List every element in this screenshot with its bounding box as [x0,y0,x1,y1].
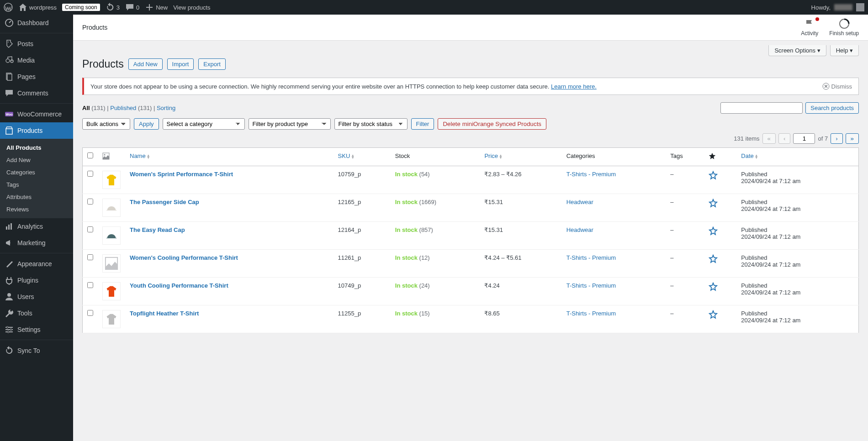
placeholder-icon [105,257,118,270]
menu-plugins[interactable]: Plugins [0,272,73,289]
menu-products[interactable]: Products [0,122,73,139]
col-name[interactable]: Name▲▼ [125,148,333,166]
site-link[interactable]: wordpress [18,3,57,12]
updates-link[interactable]: 3 [106,3,120,12]
sku-cell: 11261_p [333,250,391,278]
stock-status: In stock [395,226,418,233]
add-new-button[interactable]: Add New [128,58,163,70]
products-table: Name▲▼ SKU▲▼ Stock Price▲▼ Categories Ta… [82,147,859,333]
price-cell: ₹2.83 – ₹4.26 [480,166,561,194]
search-button[interactable]: Search products [805,102,859,114]
search-input[interactable] [720,102,803,114]
category-link[interactable]: Headwear [566,226,593,233]
menu-users[interactable]: Users [0,289,73,305]
wp-logo[interactable] [4,3,13,12]
page-input[interactable] [793,133,815,144]
menu-marketing[interactable]: Marketing [0,235,73,251]
import-button[interactable]: Import [167,58,194,70]
featured-star-button[interactable] [709,171,718,180]
submenu-tags[interactable]: Tags [0,178,73,191]
menu-dashboard[interactable]: Dashboard [0,15,73,31]
view-all[interactable]: All [82,105,90,111]
apply-button[interactable]: Apply [134,118,159,130]
product-thumb [105,173,118,187]
product-name-link[interactable]: Youth Cooling Performance T-Shirt [130,282,228,289]
category-link[interactable]: T-Shirts - Premium [566,282,616,289]
next-page-button[interactable]: › [831,133,842,144]
menu-analytics[interactable]: Analytics [0,218,73,235]
first-page-button[interactable]: « [762,133,776,144]
product-name-link[interactable]: Women's Cooling Performance T-Shirt [130,254,238,261]
last-page-button[interactable]: » [846,133,859,144]
tags-cell: – [666,166,704,194]
menu-tools[interactable]: Tools [0,305,73,321]
menu-pages[interactable]: Pages [0,68,73,85]
select-all-checkbox[interactable] [87,152,93,158]
category-link[interactable]: T-Shirts - Premium [566,254,616,261]
menu-settings[interactable]: Settings [0,321,73,338]
prev-page-button[interactable]: ‹ [778,133,790,144]
menu-comments[interactable]: Comments [0,85,73,101]
col-tags: Tags [666,148,704,166]
comments-link[interactable]: 0 [125,3,139,12]
product-thumb [105,229,118,242]
svg-rect-10 [6,226,7,230]
product-name-link[interactable]: Women's Sprint Performance T-Shirt [130,171,233,178]
col-date[interactable]: Date▲▼ [736,148,858,166]
price-cell: ₹15.31 [480,194,561,222]
category-link[interactable]: Headwear [566,199,593,205]
row-checkbox[interactable] [87,171,93,177]
screen-options-button[interactable]: Screen Options [768,45,826,56]
featured-star-button[interactable] [709,282,718,291]
submenu-reviews[interactable]: Reviews [0,203,73,215]
featured-star-button[interactable] [709,199,718,208]
tags-cell: – [666,278,704,305]
view-published[interactable]: Published [110,105,136,111]
export-button[interactable]: Export [198,58,226,70]
close-icon [822,83,830,90]
submenu-categories[interactable]: Categories [0,166,73,178]
product-name-link[interactable]: Topflight Heather T-Shirt [130,310,199,317]
svg-point-3 [6,59,10,63]
featured-star-button[interactable] [709,310,718,319]
category-link[interactable]: T-Shirts - Premium [566,310,616,317]
product-name-link[interactable]: The Easy Read Cap [130,226,185,233]
menu-woocommerce[interactable]: WooWooCommerce [0,106,73,122]
submenu-all-products[interactable]: All Products [0,142,73,154]
col-price[interactable]: Price▲▼ [480,148,561,166]
activity-button[interactable]: Activity [801,18,818,37]
submenu-attributes[interactable]: Attributes [0,191,73,203]
new-link[interactable]: New [145,3,168,12]
avatar[interactable] [856,3,864,11]
filter-button[interactable]: Filter [411,118,434,130]
menu-posts[interactable]: Posts [0,36,73,52]
finish-setup-button[interactable]: Finish setup [829,18,859,37]
row-checkbox[interactable] [87,282,93,288]
category-filter[interactable]: Select a category [163,118,245,130]
menu-appearance[interactable]: Appearance [0,256,73,272]
col-sku[interactable]: SKU▲▼ [333,148,391,166]
row-checkbox[interactable] [87,310,93,316]
view-products-link[interactable]: View products [173,4,210,11]
category-link[interactable]: T-Shirts - Premium [566,171,616,178]
help-button[interactable]: Help [830,45,859,56]
row-checkbox[interactable] [87,254,93,260]
notice-link[interactable]: Learn more here. [551,83,597,90]
row-checkbox[interactable] [87,199,93,205]
featured-star-button[interactable] [709,226,718,236]
submenu-add-new[interactable]: Add New [0,154,73,166]
dismiss-button[interactable]: Dismiss [822,83,852,90]
menu-sync[interactable]: Sync To [0,342,73,359]
items-count: 131 items [734,135,759,142]
product-name-link[interactable]: The Passenger Side Cap [130,199,199,205]
row-checkbox[interactable] [87,226,93,232]
stock-count: (54) [419,171,430,178]
product-type-filter[interactable]: Filter by product type [249,118,331,130]
tags-cell: – [666,250,704,278]
view-sorting[interactable]: Sorting [157,105,175,111]
stock-filter[interactable]: Filter by stock status [334,118,408,130]
delete-synced-button[interactable]: Delete miniOrange Synced Products [438,118,546,130]
bulk-actions-select[interactable]: Bulk actions [82,118,130,130]
menu-media[interactable]: Media [0,52,73,68]
featured-star-button[interactable] [709,254,718,263]
